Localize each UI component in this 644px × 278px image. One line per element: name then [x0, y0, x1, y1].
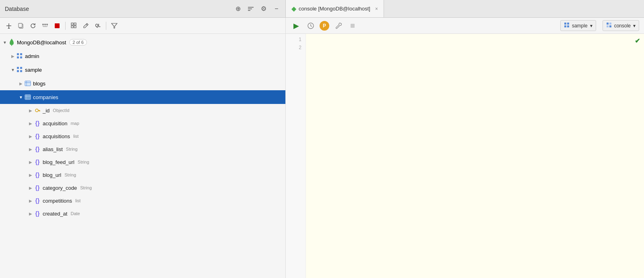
svg-rect-25 [564, 25, 566, 27]
brace-field-icon-6: {} [34, 184, 41, 191]
field-alias-list[interactable]: ▶ {} alias_list String [0, 143, 285, 156]
svg-rect-36 [17, 67, 19, 69]
svg-rect-39 [20, 70, 22, 72]
line-num-2: 2 [286, 44, 305, 52]
profile-button[interactable]: P [320, 21, 329, 31]
field-competitions[interactable]: ▶ {} competitions list [0, 194, 285, 207]
refresh-button[interactable] [27, 20, 39, 31]
checkmark-icon: ✔ [635, 37, 640, 45]
blogs-arrow: ▶ [18, 80, 24, 87]
svg-rect-9 [46, 24, 48, 25]
created-at-field-name: created_at [43, 211, 67, 217]
root-label: MongoDB@localhost [17, 39, 66, 46]
mongo-leaf-tab-icon: ◆ [291, 5, 296, 12]
grid-button[interactable] [68, 20, 79, 31]
field-category-code[interactable]: ▶ {} category_code String [0, 181, 285, 194]
line-num-1: 1 [286, 35, 305, 44]
blogs-table-icon [24, 80, 31, 87]
console-label: console [614, 23, 631, 29]
competitions-arrow: ▶ [27, 197, 34, 204]
tab-close-button[interactable]: × [375, 6, 378, 12]
created-at-arrow: ▶ [27, 210, 34, 217]
svg-rect-29 [607, 25, 609, 27]
tree-blogs[interactable]: ▶ blogs [0, 77, 285, 90]
add-connection-icon[interactable]: ⊕ [234, 5, 242, 13]
svg-marker-20 [111, 23, 117, 28]
svg-rect-23 [564, 23, 566, 25]
tree-root[interactable]: ▼ MongoDB@localhost 2 of 6 [0, 35, 285, 49]
history-button[interactable] [305, 20, 316, 31]
sort-icon[interactable] [247, 5, 255, 13]
tree-companies[interactable]: ▼ companies [0, 90, 285, 104]
toolbar: QL ▶ P sample ▾ console [0, 18, 644, 34]
blog-url-arrow: ▶ [27, 172, 34, 178]
field-blog-url[interactable]: ▶ {} blog_url String [0, 168, 285, 181]
alias-arrow: ▶ [27, 146, 34, 152]
blogs-label: blogs [33, 81, 45, 87]
competitions-field-type: list [75, 198, 80, 203]
database-tree: ▼ MongoDB@localhost 2 of 6 ▶ admin ▼ [0, 34, 285, 278]
console-dropdown[interactable]: console ▾ [603, 20, 639, 31]
tree-sample[interactable]: ▼ sample [0, 63, 285, 77]
alias-field-type: String [66, 147, 78, 151]
acquisitions-arrow: ▶ [27, 133, 34, 139]
run-button[interactable]: ▶ [291, 20, 302, 31]
main-area: ▼ MongoDB@localhost 2 of 6 ▶ admin ▼ [0, 34, 644, 278]
ql-button[interactable]: QL [92, 20, 103, 31]
field-acquisition[interactable]: ▶ {} acquisition map [0, 117, 285, 130]
root-arrow: ▼ [2, 39, 8, 46]
stop-button[interactable] [52, 20, 63, 31]
copy-button[interactable] [15, 20, 27, 31]
svg-rect-37 [20, 67, 22, 69]
svg-rect-30 [609, 25, 611, 27]
field-acquisitions[interactable]: ▶ {} acquisitions list [0, 130, 285, 143]
svg-rect-16 [74, 23, 76, 25]
sample-db-icon [564, 22, 570, 29]
acquisitions-field-type: list [73, 134, 78, 139]
acquisition-field-type: map [70, 121, 79, 126]
svg-rect-35 [20, 56, 22, 58]
stop-right-button[interactable] [347, 20, 358, 31]
tools-button[interactable] [332, 20, 344, 31]
svg-rect-14 [55, 23, 60, 28]
blog-url-field-name: blog_url [43, 172, 61, 178]
root-badge: 2 of 6 [69, 39, 87, 46]
brace-field-icon-1: {} [34, 120, 41, 127]
svg-rect-15 [71, 23, 73, 25]
svg-rect-32 [17, 53, 19, 55]
sample-dropdown[interactable]: sample ▾ [560, 20, 596, 31]
brace-field-icon-5: {} [34, 171, 41, 178]
blog-feed-url-field-type: String [78, 160, 89, 164]
field-id[interactable]: ▶ _id ObjectId [0, 104, 285, 117]
add-button[interactable] [3, 20, 14, 31]
companies-label: companies [33, 94, 58, 100]
svg-rect-6 [19, 23, 22, 27]
settings-icon[interactable]: ⚙ [260, 5, 268, 13]
database-title: Database [5, 6, 29, 12]
filter-button[interactable] [109, 20, 120, 31]
brace-field-icon-8: {} [34, 210, 41, 217]
minus-icon[interactable]: − [272, 5, 281, 13]
field-created-at[interactable]: ▶ {} created_at Date [0, 207, 285, 220]
companies-table-icon [24, 93, 31, 101]
tree-admin[interactable]: ▶ admin [0, 49, 285, 63]
tab-label: console [MongoDB@localhost] [299, 6, 370, 12]
sample-db-icon-tree [16, 66, 23, 73]
svg-rect-24 [567, 23, 569, 25]
acquisition-arrow: ▶ [27, 120, 34, 127]
category-field-name: category_code [43, 185, 77, 191]
blog-url-field-type: String [64, 172, 76, 177]
console-tab[interactable]: ◆ console [MongoDB@localhost] × [286, 0, 384, 17]
svg-line-19 [86, 24, 87, 25]
svg-rect-18 [74, 26, 76, 28]
edit-button[interactable] [80, 20, 91, 31]
editor-content[interactable]: ✔ [306, 34, 644, 278]
sample-label: sample [572, 23, 588, 29]
svg-rect-40 [25, 81, 31, 86]
svg-rect-17 [71, 26, 73, 28]
field-blog-feed-url[interactable]: ▶ {} blog_feed_url String [0, 156, 285, 168]
svg-rect-7 [42, 24, 44, 25]
schema-button[interactable] [39, 20, 51, 31]
created-at-field-type: Date [70, 211, 80, 216]
editor-area[interactable]: 1 2 ✔ [286, 34, 644, 278]
